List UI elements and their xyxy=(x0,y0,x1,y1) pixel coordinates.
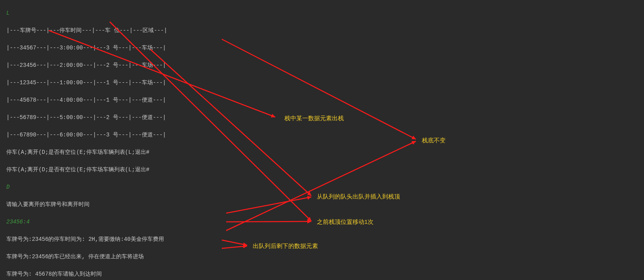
table-header: |---车牌号---|---停车时间---|---车 位---|---区域---… xyxy=(6,26,167,35)
prompt-line: 停车(A;离开(D;是否有空位(E;停车场车辆列表(L;退出# xyxy=(6,165,167,174)
annotation-remaining-queue: 出队列后剩下的数据元素 xyxy=(253,242,318,250)
prompt-line: 停车(A;离开(D;是否有空位(E;停车场车辆列表(L;退出# xyxy=(6,148,167,157)
svg-line-7 xyxy=(222,240,247,245)
output-line: 车牌号为:23456的停车时间为: 2H,需要缴纳:40美金停车费用 xyxy=(6,235,167,244)
annotation-stack-top-shift: 之前栈顶位置移动1次 xyxy=(317,218,373,226)
terminal-output: L |---车牌号---|---停车时间---|---车 位---|---区域-… xyxy=(6,0,167,280)
table-row: |---12345---|---1:00:00---|---1 号---|---… xyxy=(6,78,167,87)
annotation-pop-element: 栈中某一数据元素出栈 xyxy=(284,115,344,122)
input-line: L xyxy=(6,9,167,17)
table-row: |---56789---|---5:00:00---|---2 号---|---… xyxy=(6,113,167,122)
annotation-dequeue-push: 从队列的队头出队并插入到栈顶 xyxy=(317,193,400,201)
svg-line-1 xyxy=(222,39,416,139)
svg-line-2 xyxy=(226,141,416,231)
annotation-stack-bottom-unchanged: 栈底不变 xyxy=(422,137,446,144)
output-line: 车牌号为: 45678的车请输入到达时间 xyxy=(6,270,167,278)
svg-line-6 xyxy=(226,221,311,222)
table-row: |---67890---|---6:00:00---|---3 号---|---… xyxy=(6,131,167,139)
input-line: D xyxy=(6,183,167,191)
input-line: 23456:4 xyxy=(6,218,167,226)
svg-line-4 xyxy=(226,197,311,213)
svg-line-8 xyxy=(222,246,247,248)
output-line: 请输入要离开的车牌号和离开时间 xyxy=(6,200,167,209)
table-row: |---45678---|---4:00:00---|---1 号---|---… xyxy=(6,96,167,104)
output-line: 车牌号为:23456的车已经出来, 停在便道上的车将进场 xyxy=(6,252,167,261)
table-row: |---23456---|---2:00:00---|---2 号---|---… xyxy=(6,61,167,70)
table-row: |---34567---|---3:00:00---|---3 号---|---… xyxy=(6,44,167,52)
svg-line-3 xyxy=(151,49,311,196)
